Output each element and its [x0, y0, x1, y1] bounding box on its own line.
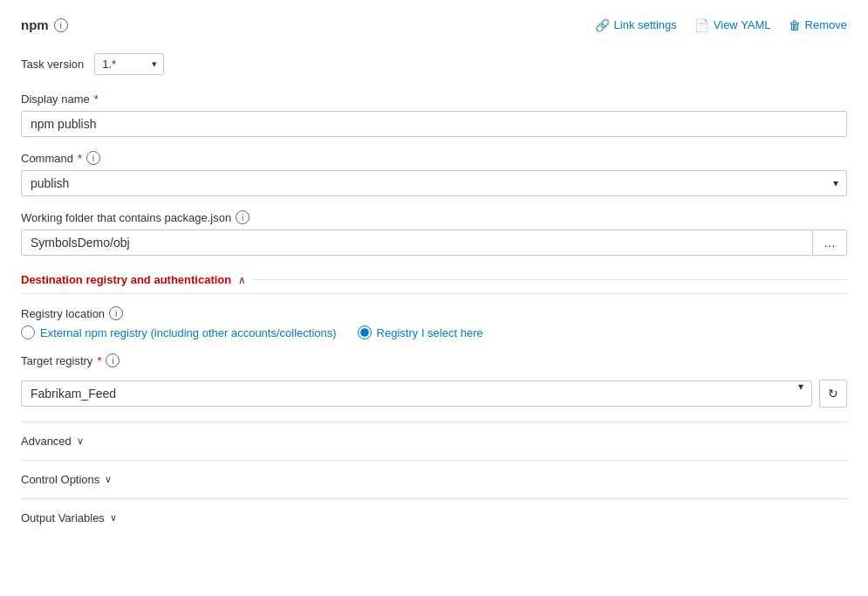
internal-registry-label: Registry I select here — [377, 326, 483, 339]
external-registry-option[interactable]: External npm registry (including other a… — [21, 325, 337, 339]
header-left: npm i — [21, 17, 68, 32]
working-folder-input[interactable] — [21, 229, 813, 256]
command-label-row: Command * i — [21, 151, 847, 165]
working-folder-input-row: … — [21, 229, 847, 256]
target-registry-label: Target registry — [21, 354, 92, 367]
command-info-icon[interactable]: i — [86, 151, 100, 165]
target-registry-required: * — [97, 354, 101, 367]
task-version-label: Task version — [21, 58, 84, 71]
external-registry-radio[interactable] — [21, 325, 35, 339]
advanced-label: Advanced — [21, 435, 72, 448]
target-registry-form-row: Target registry * i Fabrikam_Feed ▾ ↻ — [21, 353, 847, 408]
advanced-header[interactable]: Advanced ∨ — [21, 435, 847, 448]
target-registry-info-icon[interactable]: i — [106, 353, 120, 367]
display-name-row: Display name * — [21, 92, 847, 137]
registry-location-label: Registry location — [21, 307, 105, 320]
target-registry-input-row: Fabrikam_Feed ▾ ↻ — [21, 380, 847, 408]
main-container: npm i 🔗 Link settings 📄 View YAML 🗑 Remo… — [0, 0, 868, 554]
trash-icon: 🗑 — [789, 18, 801, 32]
control-options-section: Control Options ∨ — [21, 460, 847, 498]
task-version-select[interactable]: 1.* 0.* — [94, 53, 164, 75]
external-registry-label: External npm registry (including other a… — [40, 326, 337, 339]
destination-collapse-icon[interactable]: ∧ — [238, 274, 246, 286]
control-options-label: Control Options — [21, 473, 99, 486]
header-row: npm i 🔗 Link settings 📄 View YAML 🗑 Remo… — [21, 17, 847, 32]
advanced-chevron-icon: ∨ — [77, 435, 84, 447]
header-actions: 🔗 Link settings 📄 View YAML 🗑 Remove — [595, 18, 847, 32]
target-registry-label-row: Target registry * i — [21, 353, 847, 367]
view-yaml-button[interactable]: 📄 View YAML — [694, 18, 771, 32]
destination-section-line — [253, 279, 847, 280]
working-folder-label-row: Working folder that contains package.jso… — [21, 210, 847, 224]
working-folder-ellipsis-button[interactable]: … — [813, 229, 847, 256]
destination-section-header: Destination registry and authentication … — [21, 273, 847, 294]
ellipsis-icon: … — [824, 236, 836, 250]
header-info-icon[interactable]: i — [54, 18, 68, 32]
control-options-header[interactable]: Control Options ∨ — [21, 473, 847, 486]
command-required: * — [78, 152, 82, 165]
command-select-wrapper: publish install ci custom ▾ — [21, 170, 847, 196]
destination-section-title: Destination registry and authentication — [21, 273, 231, 286]
registry-location-row: Registry location i External npm registr… — [21, 306, 847, 339]
target-registry-select[interactable]: Fabrikam_Feed — [21, 380, 812, 407]
output-variables-label: Output Variables — [21, 511, 105, 524]
task-version-wrapper: 1.* 0.* ▾ — [94, 53, 164, 75]
refresh-icon: ↻ — [828, 387, 838, 401]
app-title: npm — [21, 17, 49, 32]
registry-location-radio-group: External npm registry (including other a… — [21, 325, 847, 339]
display-name-input[interactable] — [21, 111, 847, 137]
remove-button[interactable]: 🗑 Remove — [789, 18, 847, 32]
working-folder-row: Working folder that contains package.jso… — [21, 210, 847, 256]
link-icon: 🔗 — [595, 18, 610, 32]
output-variables-section: Output Variables ∨ — [21, 498, 847, 537]
target-registry-select-wrapper: Fabrikam_Feed ▾ — [21, 380, 812, 407]
internal-registry-radio[interactable] — [358, 325, 372, 339]
registry-location-info-icon[interactable]: i — [109, 306, 123, 320]
working-folder-info-icon[interactable]: i — [236, 210, 249, 224]
command-select[interactable]: publish install ci custom — [21, 170, 847, 196]
target-registry-refresh-button[interactable]: ↻ — [819, 380, 847, 408]
working-folder-label: Working folder that contains package.jso… — [21, 211, 231, 224]
control-options-chevron-icon: ∨ — [105, 474, 112, 485]
yaml-icon: 📄 — [694, 18, 709, 32]
internal-registry-option[interactable]: Registry I select here — [358, 325, 483, 339]
command-row: Command * i publish install ci custom ▾ — [21, 151, 847, 196]
output-variables-header[interactable]: Output Variables ∨ — [21, 511, 847, 524]
task-version-row: Task version 1.* 0.* ▾ — [21, 53, 847, 75]
display-name-label-row: Display name * — [21, 92, 847, 106]
link-settings-button[interactable]: 🔗 Link settings — [595, 18, 677, 32]
output-variables-chevron-icon: ∨ — [110, 512, 117, 524]
display-name-label: Display name — [21, 92, 90, 106]
advanced-section: Advanced ∨ — [21, 421, 847, 460]
display-name-required: * — [94, 92, 99, 106]
registry-location-label-row: Registry location i — [21, 306, 847, 320]
command-label: Command — [21, 152, 73, 165]
